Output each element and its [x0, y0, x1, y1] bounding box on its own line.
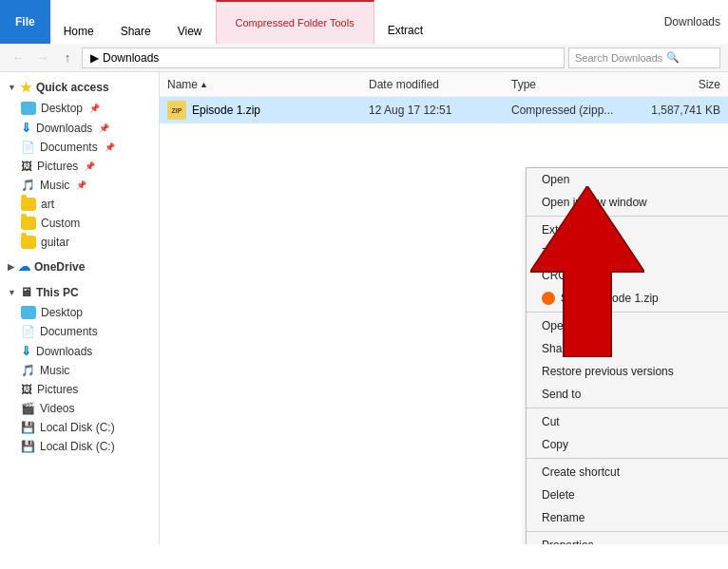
- file-size-cell: 1,587,741 KB: [625, 104, 720, 117]
- music-icon-sidebar: 🎵: [21, 179, 35, 192]
- ctx-open-new-window[interactable]: Open in new window: [527, 191, 728, 214]
- ribbon-top-left: File: [0, 0, 50, 44]
- pictures-icon: 🖼: [21, 160, 32, 173]
- ctx-crc[interactable]: CRC SHA ▶: [527, 264, 728, 287]
- downloads-label: Downloads: [36, 122, 92, 135]
- pin-icon-music: 📌: [76, 180, 86, 190]
- sidebar-thispc-desktop[interactable]: Desktop: [0, 303, 159, 322]
- documents-icon: 📄: [21, 141, 35, 154]
- up-button[interactable]: ↑: [57, 47, 78, 68]
- col-date-header[interactable]: Date modified: [369, 78, 511, 91]
- sidebar-item-pictures[interactable]: 🖼 Pictures 📌: [0, 157, 159, 176]
- ctx-cut[interactable]: Cut: [527, 410, 728, 433]
- sidebar-thispc-localc1[interactable]: 💾 Local Disk (C:): [0, 418, 159, 437]
- thispc-videos-icon: 🎬: [21, 402, 35, 415]
- sidebar-thispc-documents[interactable]: 📄 Documents: [0, 322, 159, 341]
- back-button[interactable]: ←: [8, 47, 29, 68]
- sidebar-item-downloads[interactable]: ⇓ Downloads 📌: [0, 118, 159, 138]
- thispc-disk1-icon: 💾: [21, 421, 35, 434]
- ctx-copy[interactable]: Copy: [527, 433, 728, 456]
- ctx-open[interactable]: Open: [527, 168, 728, 191]
- quick-access-icon: ★: [20, 80, 32, 95]
- tab-view[interactable]: View: [164, 17, 216, 44]
- thispc-downloads-icon: ⇓: [21, 344, 31, 358]
- main-layout: ▼ ★ Quick access Desktop 📌 ⇓ Downloads 📌…: [0, 72, 728, 544]
- ctx-separator-1: [527, 216, 728, 217]
- sidebar-thispc-videos[interactable]: 🎬 Videos: [0, 399, 159, 418]
- quick-access-label: Quick access: [36, 81, 109, 94]
- search-placeholder: Search Downloads: [575, 52, 662, 64]
- guitar-folder-icon: [21, 236, 36, 249]
- thispc-pictures-icon: 🖼: [21, 383, 32, 396]
- thispc-header[interactable]: ▼ 🖥 This PC: [0, 281, 159, 303]
- extract-tab-buttons: Extract: [374, 0, 436, 44]
- ctx-rename[interactable]: Rename: [527, 506, 728, 529]
- pin-icon-documents: 📌: [105, 142, 115, 152]
- file-tab[interactable]: File: [0, 0, 50, 44]
- nav-bar: ← → ↑ ▶ Downloads Search Downloads 🔍: [0, 44, 728, 72]
- thispc-localc2-label: Local Disk (C:): [40, 440, 115, 453]
- title-downloads: Downloads: [436, 0, 728, 44]
- ctx-share[interactable]: Share with ▶: [527, 337, 728, 360]
- ctx-create-shortcut[interactable]: Create shortcut: [527, 461, 728, 484]
- onedrive-section: ▶ ☁ OneDrive: [0, 256, 159, 277]
- context-menu: Open Open in new window Extract All... 7…: [526, 167, 728, 544]
- ctx-separator-5: [527, 531, 728, 532]
- address-bar[interactable]: ▶ Downloads: [82, 47, 565, 68]
- thispc-arrow: ▼: [8, 288, 16, 297]
- thispc-desktop-icon: [21, 306, 36, 319]
- file-name-text: Episode 1.zip: [192, 104, 369, 117]
- sidebar-item-art[interactable]: art: [0, 195, 159, 214]
- ctx-open-with[interactable]: Open with...: [527, 314, 728, 337]
- ctx-7zip[interactable]: 7-Zip ▶: [527, 241, 728, 264]
- col-type-header[interactable]: Type: [511, 78, 625, 91]
- ctx-properties[interactable]: Properties: [527, 534, 728, 544]
- sidebar-item-desktop[interactable]: Desktop 📌: [0, 99, 159, 118]
- onedrive-header[interactable]: ▶ ☁ OneDrive: [0, 256, 159, 277]
- pictures-label: Pictures: [37, 160, 78, 173]
- table-row[interactable]: Episode 1.zip 12 Aug 17 12:51 Compressed…: [160, 97, 728, 123]
- sidebar-item-guitar[interactable]: guitar: [0, 233, 159, 252]
- pin-icon-desktop: 📌: [89, 104, 100, 113]
- custom-label: Custom: [41, 217, 80, 230]
- ctx-avast-scan[interactable]: Scan Episode 1.zip: [527, 287, 728, 310]
- ctx-delete[interactable]: Delete: [527, 484, 728, 506]
- ctx-extract-all[interactable]: Extract All...: [527, 218, 728, 241]
- ctx-restore-versions[interactable]: Restore previous versions: [527, 360, 728, 383]
- compressed-folder-section: Compressed Folder Tools: [216, 0, 374, 44]
- onedrive-icon: ☁: [18, 259, 30, 274]
- thispc-pictures-label: Pictures: [37, 383, 78, 396]
- sidebar-thispc-localc2[interactable]: 💾 Local Disk (C:): [0, 437, 159, 456]
- ctx-separator-2: [527, 312, 728, 313]
- avast-scan-inner: Scan Episode 1.zip: [542, 292, 659, 305]
- documents-label: Documents: [40, 141, 98, 154]
- music-label: Music: [40, 179, 69, 192]
- sidebar-item-documents[interactable]: 📄 Documents 📌: [0, 138, 159, 157]
- sidebar-thispc-pictures[interactable]: 🖼 Pictures: [0, 380, 159, 399]
- compressed-folder-label: Compressed Folder Tools: [236, 17, 354, 28]
- thispc-section: ▼ 🖥 This PC Desktop 📄 Documents ⇓ Downlo…: [0, 281, 159, 456]
- avast-icon: [542, 292, 555, 305]
- forward-button[interactable]: →: [32, 47, 53, 68]
- sidebar-item-music[interactable]: 🎵 Music 📌: [0, 176, 159, 195]
- thispc-localc1-label: Local Disk (C:): [40, 421, 115, 434]
- sidebar-thispc-music[interactable]: 🎵 Music: [0, 361, 159, 380]
- sidebar: ▼ ★ Quick access Desktop 📌 ⇓ Downloads 📌…: [0, 72, 160, 544]
- ctx-send-to[interactable]: Send to ▶: [527, 383, 728, 406]
- content-area: Name ▲ Date modified Type Size Episode 1…: [160, 72, 728, 544]
- sidebar-item-custom[interactable]: Custom: [0, 214, 159, 233]
- onedrive-arrow: ▶: [8, 262, 14, 272]
- file-type-cell: Compressed (zipp...: [511, 104, 625, 117]
- tab-share[interactable]: Share: [107, 17, 164, 44]
- thispc-documents-icon: 📄: [21, 325, 35, 338]
- col-size-header[interactable]: Size: [625, 78, 720, 91]
- sidebar-thispc-downloads[interactable]: ⇓ Downloads: [0, 341, 159, 361]
- col-name-header[interactable]: Name ▲: [167, 78, 369, 91]
- quick-access-header[interactable]: ▼ ★ Quick access: [0, 76, 159, 99]
- thispc-videos-label: Videos: [40, 402, 74, 415]
- guitar-label: guitar: [41, 236, 69, 249]
- search-bar[interactable]: Search Downloads 🔍: [568, 47, 720, 68]
- tab-home[interactable]: Home: [50, 17, 107, 44]
- tab-buttons: Home Share View: [50, 0, 216, 44]
- tab-extract[interactable]: Extract: [374, 17, 436, 44]
